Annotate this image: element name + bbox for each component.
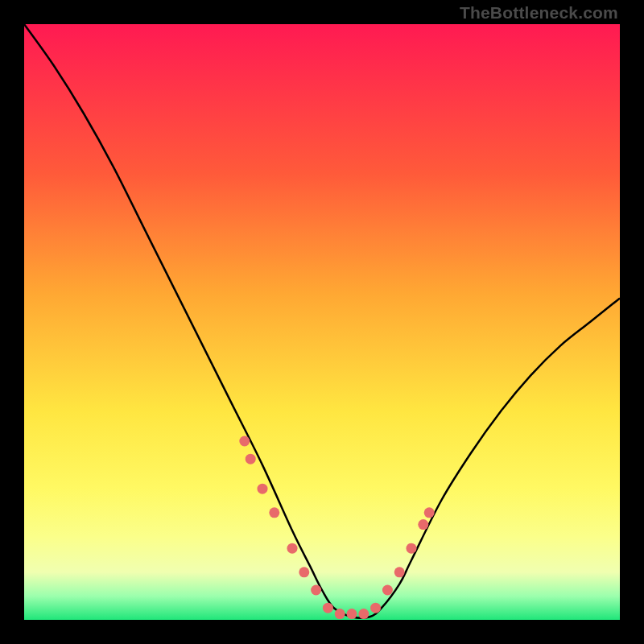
highlight-dot	[287, 543, 298, 554]
highlight-dot	[269, 507, 279, 518]
highlight-dot	[370, 603, 381, 613]
highlight-dot	[347, 609, 357, 619]
highlight-dot	[382, 585, 393, 596]
highlight-dot	[335, 609, 345, 619]
highlight-dot	[418, 519, 428, 530]
plot-area	[24, 24, 620, 620]
highlight-dot	[407, 543, 417, 554]
chart-frame: TheBottleneck.com	[0, 0, 644, 644]
highlight-dot	[323, 603, 333, 613]
chart-svg	[24, 24, 620, 620]
highlight-dot	[246, 454, 256, 464]
bottleneck-curve	[24, 24, 620, 618]
highlight-dot	[311, 585, 321, 596]
highlight-dot	[258, 484, 268, 494]
highlight-dot	[239, 436, 250, 447]
highlight-dot	[394, 567, 405, 577]
watermark-text: TheBottleneck.com	[460, 3, 618, 23]
highlight-dot	[299, 567, 309, 577]
highlight-dot	[358, 609, 369, 619]
highlight-dot	[424, 507, 435, 518]
